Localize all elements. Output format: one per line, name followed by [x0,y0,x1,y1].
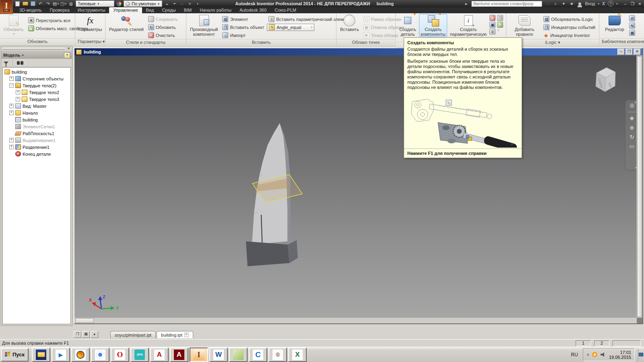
antivirus-tray-icon[interactable] [592,352,597,357]
vertical-scrollbar[interactable] [636,56,642,318]
tree-item[interactable]: + Твердое тело3 [3,96,70,103]
hidden-icons-chevron[interactable]: » [585,353,590,356]
tab-close-icon[interactable]: ✕ [184,333,189,337]
tree-expander[interactable]: + [9,111,14,115]
tree-item[interactable]: building [3,116,70,123]
panel-help-icon[interactable]: ? [64,52,70,58]
start-button[interactable]: Пуск [1,348,29,362]
cube-export-icon[interactable]: ▣ [489,22,495,28]
style-combo[interactable]: Типовые▾ [76,0,114,7]
doc-minimize-button[interactable]: – [617,49,625,55]
insert-object-button[interactable]: ❐Вставить объект [221,23,266,31]
document-tab[interactable]: soyuzplminipart.ipt ✕ [110,331,156,338]
search-expand-icon[interactable]: ▸ [463,1,469,6]
sign-in[interactable]: Вход [585,1,595,6]
window-copy-icon[interactable]: ❐ [497,15,503,21]
group-label-parameters[interactable]: Параметры ▾ [75,38,105,45]
tree-item[interactable]: building [3,68,70,75]
tile-windows-icon[interactable]: ▦ [82,331,90,338]
color-wheel-icon[interactable] [116,1,122,6]
library-table-icon[interactable]: ▦ [629,30,635,36]
parameters-fx-icon[interactable]: fx [179,1,185,6]
minimize-button[interactable]: – [623,2,628,6]
search-icon[interactable] [545,1,550,6]
taskbar-app[interactable]: JPG [130,348,149,362]
group-label-styles[interactable]: Стили и стандарты [105,39,186,45]
chevron-down-icon[interactable]: ▾ [497,29,504,35]
taskbar-app[interactable]: I [190,348,208,362]
material-combo[interactable]: По умолчан▾ [124,0,162,7]
tree-item[interactable]: + Твердое тело2 [3,89,70,96]
ribbon-tab[interactable]: Проверка [45,7,73,13]
exchange-apps-icon[interactable]: X [602,0,605,7]
tree-item[interactable]: + Выдавливание1 [3,137,70,144]
look-at-icon[interactable]: ▭ [630,144,634,149]
document-titlebar[interactable]: building – ❐ ✕ [74,48,642,56]
taskbar-app[interactable]: A [170,348,188,362]
ribbon-tab[interactable]: Управление [109,7,142,13]
ribbon-tab[interactable]: 3D-модель [15,7,45,13]
no-symbol-icon[interactable]: ⊘ [489,15,495,21]
taskbar-app[interactable]: ▶ [52,348,70,362]
iproperties-icon[interactable]: ◳▾ [60,1,66,6]
open-file-icon[interactable] [22,1,28,6]
tree-item[interactable]: + Разделение1 [3,144,70,150]
search-binoculars-icon[interactable] [17,61,23,65]
redo-icon[interactable]: ↷ [45,1,51,6]
community-icon[interactable]: ✦ [561,1,566,6]
ilogic-browser-button[interactable]: ▤Обозреватель iLogic [542,15,597,23]
ribbon-tab[interactable]: Вид [142,7,158,13]
taskbar-app[interactable]: C [249,348,267,362]
appearance-clear-icon[interactable]: ◓ [171,1,178,6]
help-chevron-icon[interactable]: ▾ [616,2,618,6]
tree-item[interactable]: Конец детали [3,150,70,157]
group-label-pointcloud[interactable]: Облако точек [336,39,395,45]
library-editor-button[interactable]: ✎ Редактор [601,14,628,32]
help-topics-icon[interactable]: ⌕ [553,1,558,6]
panel-grip[interactable]: ✕ [1,46,72,51]
save-icon[interactable] [30,1,36,6]
steering-wheel-icon[interactable]: ◎ [630,103,634,108]
group-label-insert[interactable]: Вставить [186,39,336,45]
horizontal-scrollbar[interactable] [74,317,637,323]
element-button[interactable]: ▤Элемент [221,15,266,23]
tree-item[interactable]: ЭлементСетки1 [3,123,70,130]
ribbon-tab[interactable]: Autodesk 360 [235,7,270,13]
sign-in-chevron-icon[interactable]: ▾ [598,2,599,6]
restore-button[interactable]: ❐ [630,2,635,6]
angle-equal-combo[interactable]: ✎ Angle_equal ▾ [267,24,314,31]
tree-expander[interactable]: + [9,145,14,149]
user-icon[interactable] [577,1,582,6]
import-button[interactable]: →Импорт [221,31,266,39]
tree-expander[interactable]: − [9,83,14,88]
library-publish-icon[interactable]: ⇄ [629,15,635,21]
ribbon-tab[interactable]: Инструменты [74,7,109,13]
tree-expander[interactable]: + [16,90,20,95]
parameters-button[interactable]: fx Параметры [77,14,104,32]
ribbon-tab[interactable]: Начало работы [196,7,235,13]
show-desktop-button[interactable] [638,349,643,361]
group-label-library[interactable]: Библиотека компонентов [599,38,644,45]
create-part-button[interactable]: ✦ Создать деталь [398,14,418,37]
cascade-windows-icon[interactable]: ❐ [74,331,81,338]
clock[interactable]: 17:01 19.06.2015 [609,350,631,360]
create-components-button[interactable]: ✦ Создать компоненты [419,14,447,37]
tree-item[interactable]: РабПлоскость1 [3,130,70,137]
measure-icon[interactable]: ◍ [68,1,74,6]
add-rule-button[interactable]: Добавить правило [508,14,541,37]
viewport-3d[interactable]: Справа Зад Z X Y ✕ ◎ ✥ ⊕ ↻ ▭ [74,56,637,318]
ribbon-tab[interactable]: Среды [158,7,180,13]
style-purge-button[interactable]: ✕Очистить [147,31,180,39]
inventor-trigger-button[interactable]: ◆Инициатор Inventor [542,31,597,39]
doc-close-button[interactable]: ✕ [634,49,641,55]
style-save-button[interactable]: Сохранить [147,15,180,23]
update-button[interactable]: ✎ Обновить▾ [2,14,25,37]
taskbar-app[interactable] [32,348,50,362]
tree-item[interactable]: − Твердые тела(2) [3,82,70,89]
favorites-star-icon[interactable]: ★ [569,1,574,6]
style-update-button[interactable]: ↻Обновить [147,23,180,31]
expand-tabs-icon[interactable]: ▴ [91,331,98,338]
tree-expander[interactable]: + [16,97,20,101]
tree-expander[interactable]: + [9,138,14,142]
taskbar-app[interactable]: A [150,348,169,362]
